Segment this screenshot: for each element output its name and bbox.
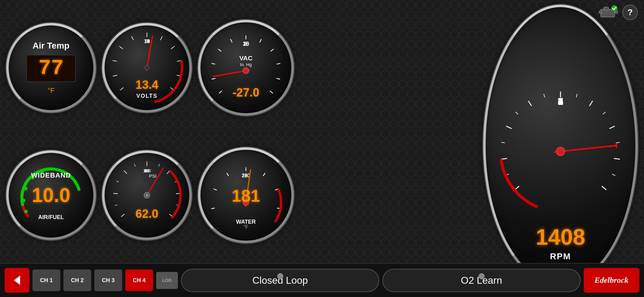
svg-line-61 [616, 142, 620, 143]
svg-text:8: 8 [558, 96, 563, 107]
svg-line-53 [614, 158, 620, 159]
svg-marker-117 [14, 276, 20, 285]
svg-line-7 [113, 60, 117, 61]
svg-text:PSI: PSI [149, 174, 157, 179]
wideband-unit: AIR/FUEL [38, 214, 64, 221]
svg-line-58 [544, 94, 545, 97]
psi-gauge-svg: 0 20 40 60 80 100 PSI [105, 153, 189, 238]
svg-line-11 [160, 36, 162, 40]
svg-line-27 [218, 49, 221, 51]
svg-line-5 [120, 88, 123, 90]
svg-line-52 [609, 126, 615, 129]
rpm-value: 1408 [536, 224, 585, 250]
svg-line-51 [590, 101, 593, 106]
back-button[interactable] [5, 268, 29, 293]
svg-line-60 [603, 112, 606, 114]
svg-line-30 [260, 39, 261, 42]
svg-text:In. Hg: In. Hg [240, 62, 252, 67]
svg-line-26 [212, 63, 215, 64]
svg-line-90 [159, 164, 160, 167]
bottom-bar: CH 1 CH 2 CH 3 CH 4 LOG Closed Loop O2 L… [0, 263, 644, 297]
svg-line-28 [230, 39, 232, 42]
svg-line-54 [602, 186, 606, 190]
svg-point-23 [144, 65, 149, 70]
vac-value: -27.0 [233, 86, 260, 99]
svg-line-59 [576, 94, 577, 97]
svg-text:18: 18 [144, 38, 150, 44]
svg-line-33 [276, 78, 280, 79]
wideband-gauge: WIDEBAND 10.0 AIR/FUEL [6, 150, 96, 240]
svg-text:100: 100 [143, 168, 151, 174]
back-arrow-icon [9, 273, 25, 288]
wideband-value: 10.0 [32, 184, 71, 207]
svg-point-73 [556, 147, 565, 156]
air-temp-label: Air Temp [32, 41, 69, 51]
svg-line-103 [211, 208, 215, 209]
svg-line-80 [121, 214, 125, 217]
svg-line-31 [271, 49, 274, 51]
o2-learn-indicator [479, 273, 485, 279]
svg-text:VAC: VAC [239, 54, 253, 62]
svg-line-81 [113, 194, 118, 194]
volts-unit: VOLTS [136, 93, 158, 99]
ch4-button[interactable]: CH 4 [125, 269, 153, 291]
vac-gauge-svg: 0 5 10 15 20 25 30 VAC In. Hg [200, 22, 291, 113]
air-temp-gauge: Air Temp 77 °F [6, 23, 96, 113]
svg-line-47 [501, 158, 507, 159]
svg-line-24 [219, 91, 222, 93]
closed-loop-indicator [277, 273, 283, 279]
svg-line-104 [213, 189, 217, 190]
svg-line-49 [528, 101, 531, 106]
svg-line-12 [171, 46, 174, 49]
volts-value: 13.4 [135, 78, 158, 92]
o2-learn-button[interactable]: O2 Learn [382, 269, 581, 292]
svg-line-32 [277, 63, 280, 64]
vac-gauge: 0 5 10 15 20 25 30 VAC In. Hg [198, 20, 294, 116]
svg-line-48 [506, 126, 512, 129]
ch3-label: CH 3 [102, 277, 114, 284]
ch1-label: CH 1 [40, 277, 53, 284]
gauges-area: Air Temp 77 °F [0, 0, 644, 263]
svg-line-88 [117, 181, 119, 182]
water-temp-unit: °F [243, 224, 248, 230]
svg-text:250: 250 [242, 173, 250, 178]
log-button[interactable]: LOG [156, 272, 178, 289]
svg-line-82 [124, 171, 127, 174]
edelbrock-label: Edelbrock [595, 276, 629, 285]
svg-line-87 [115, 205, 118, 206]
svg-line-57 [515, 112, 518, 114]
wideband-label: WIDEBAND [31, 171, 71, 179]
svg-line-62 [612, 174, 616, 176]
water-temp-value: 181 [232, 186, 260, 206]
svg-line-34 [270, 91, 273, 93]
rpm-gauge: 0 1 2 3 4 5 6 7 8 [483, 5, 638, 286]
svg-text:30: 30 [243, 41, 249, 47]
rpm-label: RPM [550, 252, 571, 261]
ch4-label: CH 4 [133, 277, 145, 284]
air-temp-value: 77 [33, 58, 69, 79]
svg-line-107 [263, 173, 265, 176]
main-content: ? Air Temp 77 °F [0, 0, 644, 297]
ch2-button[interactable]: CH 2 [63, 269, 91, 291]
svg-line-6 [113, 75, 117, 76]
log-label: LOG [162, 278, 172, 283]
svg-line-9 [131, 36, 133, 40]
water-temp-gauge: 100 150 180 210 250 181 WATER °F [198, 147, 294, 243]
ch2-label: CH 2 [71, 277, 84, 284]
psi-value: 62.0 [135, 207, 158, 221]
volts-gauge: 8 10 12 14 16 18 13.4 [102, 23, 192, 113]
ch3-button[interactable]: CH 3 [94, 269, 122, 291]
svg-line-56 [501, 142, 505, 143]
psi-gauge: 0 20 40 60 80 100 PSI 62.0 [102, 150, 192, 240]
svg-line-25 [212, 78, 216, 79]
closed-loop-button[interactable]: Closed Loop [181, 269, 379, 292]
svg-line-105 [227, 173, 229, 176]
air-temp-unit: °F [48, 87, 54, 95]
svg-point-102 [145, 194, 148, 197]
air-temp-display: 77 [26, 55, 76, 82]
edelbrock-button[interactable]: Edelbrock [584, 268, 639, 293]
ch1-button[interactable]: CH 1 [32, 269, 60, 291]
svg-line-8 [119, 46, 123, 49]
svg-rect-74 [615, 143, 617, 148]
svg-point-45 [243, 68, 249, 74]
